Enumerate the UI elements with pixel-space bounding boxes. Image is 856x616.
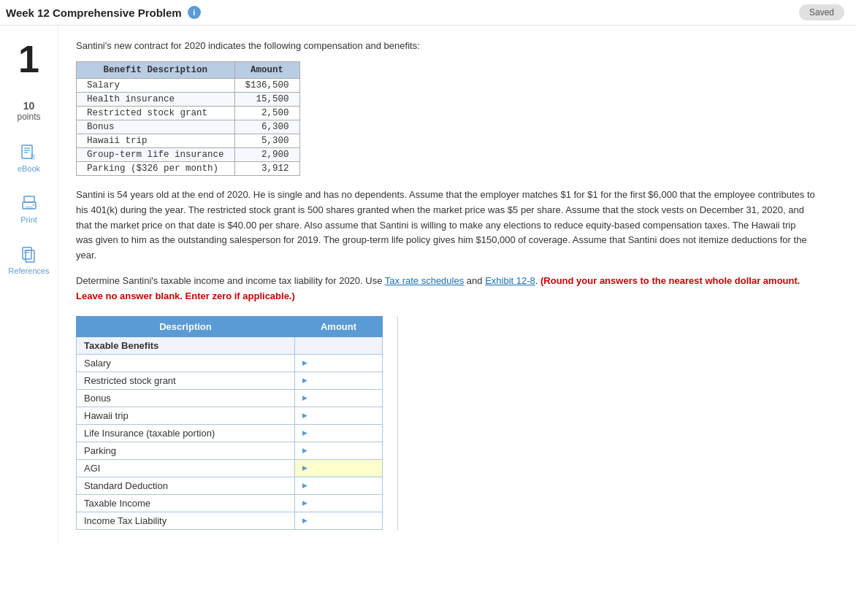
benefit-row-label: Bonus [77, 120, 235, 134]
answer-row-input-cell: ▶ [295, 407, 383, 424]
answer-row-label: Life Insurance (taxable portion) [77, 424, 295, 442]
input-arrow-icon: ▶ [302, 412, 307, 419]
answer-row-input-cell: ▶ [295, 512, 383, 529]
answer-row-label: Parking [77, 442, 295, 459]
answer-input-field[interactable] [310, 375, 375, 386]
content-area: Santini's new contract for 2020 indicate… [58, 26, 833, 544]
tax-rate-schedules-link[interactable]: Tax rate schedules [385, 275, 464, 286]
answer-table-row: Bonus▶ [77, 389, 383, 407]
answer-row-input-cell: ▶ [295, 371, 383, 389]
benefit-col-header: Benefit Description [77, 62, 235, 79]
sidebar: 1 10 points eBook Print [0, 26, 58, 544]
benefit-row-amount: 3,912 [234, 162, 299, 176]
problem-intro: Santini's new contract for 2020 indicate… [76, 40, 815, 51]
input-arrow-icon: ▶ [302, 429, 307, 436]
answer-row-input-cell: ▶ [295, 442, 383, 459]
answer-table-row: Taxable Income▶ [77, 494, 383, 512]
benefit-row-amount: 5,300 [234, 134, 299, 148]
answer-section: Description Amount Taxable BenefitsSalar… [76, 316, 815, 530]
answer-row-input-cell [295, 336, 383, 354]
answer-row-label: AGI [77, 459, 295, 477]
answer-input-field[interactable] [310, 410, 375, 421]
answer-row-input-cell: ▶ [295, 477, 383, 494]
svg-rect-0 [22, 145, 32, 158]
answer-table-row: Taxable Benefits [77, 336, 383, 354]
answer-desc-header: Description [77, 316, 295, 336]
input-arrow-icon: ▶ [302, 482, 307, 489]
benefit-row-amount: 6,300 [234, 120, 299, 134]
benefit-row-label: Health insurance [77, 93, 235, 107]
answer-table-row: Restricted stock grant▶ [77, 371, 383, 389]
input-arrow-icon: ▶ [302, 377, 307, 384]
answer-table-row: Life Insurance (taxable portion)▶ [77, 424, 383, 442]
answer-table-row: Hawaii trip▶ [77, 407, 383, 424]
answer-table-row: Salary▶ [77, 354, 383, 371]
input-arrow-icon: ▶ [302, 394, 307, 401]
answer-row-input-cell: ▶ [295, 424, 383, 442]
answer-amount-header: Amount [295, 316, 383, 336]
answer-row-label: Taxable Benefits [77, 336, 295, 354]
saved-badge: Saved [799, 4, 844, 20]
svg-rect-4 [31, 154, 35, 160]
print-button[interactable]: Print [20, 195, 38, 224]
ebook-button[interactable]: eBook [18, 144, 40, 173]
benefit-row-label: Parking ($326 per month) [77, 162, 235, 176]
benefit-table: Benefit Description Amount Salary$136,50… [76, 61, 300, 176]
question-number: 1 [18, 40, 39, 78]
answer-input-field[interactable] [310, 515, 375, 526]
answer-row-label: Taxable Income [77, 494, 295, 512]
answer-row-label: Bonus [77, 389, 295, 407]
svg-rect-10 [26, 250, 34, 262]
answer-input-field[interactable] [310, 358, 375, 369]
answer-table-row: AGI▶ [77, 459, 383, 477]
print-icon [20, 195, 38, 212]
answer-input-field[interactable] [310, 393, 375, 404]
answer-input-field[interactable] [310, 463, 375, 474]
input-arrow-icon: ▶ [302, 517, 307, 524]
answer-input-field[interactable] [310, 428, 375, 439]
answer-input-field[interactable] [310, 480, 375, 491]
answer-row-input-cell: ▶ [295, 494, 383, 512]
answer-row-input-cell: ▶ [295, 389, 383, 407]
instruction-prefix: Determine Santini's taxable income and i… [76, 275, 385, 286]
points-label: 10 points [17, 100, 40, 122]
info-icon[interactable]: i [188, 6, 201, 19]
header-left: Week 12 Comprehensive Problem i [6, 6, 201, 19]
answer-input-field[interactable] [310, 498, 375, 509]
answer-row-input-cell: ▶ [295, 459, 383, 477]
answer-table-row: Standard Deduction▶ [77, 477, 383, 494]
input-arrow-icon: ▶ [302, 447, 307, 454]
ebook-label: eBook [18, 164, 40, 173]
svg-rect-9 [23, 247, 31, 259]
references-icon [20, 246, 37, 263]
exhibit-link[interactable]: Exhibit 12-8 [485, 275, 535, 286]
benefit-row-amount: $136,500 [234, 79, 299, 93]
svg-rect-7 [26, 206, 33, 209]
benefit-row-label: Salary [77, 79, 235, 93]
amount-col-header: Amount [234, 62, 299, 79]
benefit-row-amount: 2,900 [234, 148, 299, 162]
answer-row-label: Salary [77, 354, 295, 371]
main-layout: 1 10 points eBook Print [0, 26, 856, 544]
answer-row-label: Hawaii trip [77, 407, 295, 424]
answer-table-row: Income Tax Liability▶ [77, 512, 383, 529]
svg-point-8 [33, 204, 34, 206]
answer-table-row: Parking▶ [77, 442, 383, 459]
svg-rect-5 [24, 196, 34, 202]
references-button[interactable]: References [8, 246, 49, 275]
page-header: Week 12 Comprehensive Problem i Saved [0, 0, 856, 26]
answer-row-label: Standard Deduction [77, 477, 295, 494]
vertical-divider [397, 316, 398, 530]
answer-table: Description Amount Taxable BenefitsSalar… [76, 316, 383, 530]
benefit-row-label: Restricted stock grant [77, 107, 235, 120]
input-arrow-icon: ▶ [302, 499, 307, 507]
ebook-icon [20, 144, 37, 161]
points-text: points [17, 112, 40, 122]
benefit-row-label: Hawaii trip [77, 134, 235, 148]
answer-row-label: Income Tax Liability [77, 512, 295, 529]
benefit-row-amount: 15,500 [234, 93, 299, 107]
instruction-middle: and [464, 275, 485, 286]
answer-input-field[interactable] [310, 445, 375, 456]
instruction-line: Determine Santini's taxable income and i… [76, 274, 815, 304]
points-value: 10 [23, 100, 35, 112]
